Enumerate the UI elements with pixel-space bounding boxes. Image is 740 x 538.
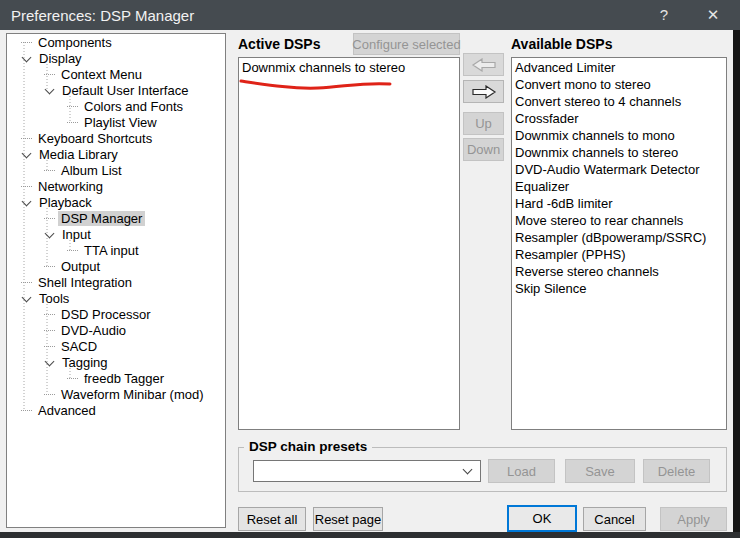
tree-item-freedb-tagger[interactable]: freedb Tagger: [7, 370, 225, 386]
tree-item-advanced[interactable]: Advanced: [7, 402, 225, 418]
tree-leaf-connector: [44, 314, 55, 315]
tree-item-input[interactable]: Input: [7, 226, 225, 242]
reset-all-button[interactable]: Reset all: [238, 507, 306, 531]
list-item[interactable]: Crossfader: [512, 110, 726, 127]
tree-leaf-connector: [21, 282, 32, 283]
chevron-expanded-icon[interactable]: [45, 84, 55, 94]
tree-leaf-connector: [67, 378, 78, 379]
list-item[interactable]: Resampler (PPHS): [512, 246, 726, 263]
save-button[interactable]: Save: [565, 459, 635, 483]
tree-item-components[interactable]: Components: [7, 34, 225, 50]
tree-leaf-connector: [21, 410, 32, 411]
tree-item-label: Keyboard Shortcuts: [35, 131, 155, 146]
window-edge-bottom: [0, 532, 740, 538]
tree-item-label: Waveform Minibar (mod): [58, 387, 207, 402]
preferences-window: Preferences: DSP Manager ? ✕ ComponentsD…: [0, 0, 740, 538]
tree-item-networking[interactable]: Networking: [7, 178, 225, 194]
tree-item-default-user-interface[interactable]: Default User Interface: [7, 82, 225, 98]
chevron-down-icon: [463, 465, 473, 475]
chevron-expanded-icon[interactable]: [45, 356, 55, 366]
tree-leaf-connector: [44, 394, 55, 395]
chevron-expanded-icon[interactable]: [22, 292, 32, 302]
active-dsps-list[interactable]: Downmix channels to stereo: [238, 57, 460, 430]
ok-button[interactable]: OK: [507, 505, 577, 532]
tree-item-dsd-processor[interactable]: DSD Processor: [7, 306, 225, 322]
right-arrow-icon: [471, 85, 497, 99]
cancel-button[interactable]: Cancel: [583, 507, 646, 531]
tree-item-context-menu[interactable]: Context Menu: [7, 66, 225, 82]
tree-item-album-list[interactable]: Album List: [7, 162, 225, 178]
available-dsps-list[interactable]: Advanced LimiterConvert mono to stereoCo…: [511, 57, 727, 430]
preferences-tree-panel: ComponentsDisplayContext MenuDefault Use…: [6, 33, 226, 528]
tree-item-label: DSD Processor: [58, 307, 154, 322]
list-item[interactable]: DVD-Audio Watermark Detector: [512, 161, 726, 178]
list-item[interactable]: Downmix channels to stereo: [512, 144, 726, 161]
move-to-active-button[interactable]: [463, 53, 504, 76]
tree-item-playlist-view[interactable]: Playlist View: [7, 114, 225, 130]
chevron-expanded-icon[interactable]: [45, 228, 55, 238]
tree-leaf-connector: [21, 138, 32, 139]
window-title: Preferences: DSP Manager: [0, 7, 642, 24]
tree-item-label: Output: [58, 259, 103, 274]
tree-item-label: Components: [35, 35, 115, 50]
list-item[interactable]: Reverse stereo channels: [512, 263, 726, 280]
close-icon[interactable]: ✕: [686, 0, 740, 30]
list-item[interactable]: Equalizer: [512, 178, 726, 195]
tree-item-display[interactable]: Display: [7, 50, 225, 66]
list-item[interactable]: Advanced Limiter: [512, 59, 726, 76]
tree-item-colors-and-fonts[interactable]: Colors and Fonts: [7, 98, 225, 114]
list-item[interactable]: Skip Silence: [512, 280, 726, 297]
tree-item-tools[interactable]: Tools: [7, 290, 225, 306]
list-item[interactable]: Resampler (dBpoweramp/SSRC): [512, 229, 726, 246]
tree-item-label: Default User Interface: [59, 83, 191, 98]
preferences-tree: ComponentsDisplayContext MenuDefault Use…: [7, 34, 225, 418]
list-item[interactable]: Convert stereo to 4 channels: [512, 93, 726, 110]
tree-item-media-library[interactable]: Media Library: [7, 146, 225, 162]
tree-item-tta-input[interactable]: TTA input: [7, 242, 225, 258]
tree-item-output[interactable]: Output: [7, 258, 225, 274]
tree-item-label: Input: [59, 227, 94, 242]
tree-item-sacd[interactable]: SACD: [7, 338, 225, 354]
preset-combobox[interactable]: [253, 460, 481, 482]
configure-selected-button[interactable]: Configure selected: [353, 33, 460, 55]
chevron-expanded-icon[interactable]: [22, 196, 32, 206]
tree-leaf-connector: [44, 266, 55, 267]
tree-item-label: DSP Manager: [58, 211, 145, 226]
list-item[interactable]: Convert mono to stereo: [512, 76, 726, 93]
list-item[interactable]: Downmix channels to stereo: [239, 59, 459, 76]
tree-item-tagging[interactable]: Tagging: [7, 354, 225, 370]
tree-item-shell-integration[interactable]: Shell Integration: [7, 274, 225, 290]
tree-item-label: Playback: [36, 195, 95, 210]
delete-button[interactable]: Delete: [643, 459, 710, 483]
tree-item-label: Advanced: [35, 403, 99, 418]
chevron-expanded-icon[interactable]: [22, 52, 32, 62]
tree-item-label: freedb Tagger: [81, 371, 167, 386]
available-dsps-heading: Available DSPs: [511, 36, 612, 52]
tree-leaf-connector: [44, 170, 55, 171]
help-icon[interactable]: ?: [642, 0, 686, 30]
list-item[interactable]: Move stereo to rear channels: [512, 212, 726, 229]
tree-item-label: Display: [36, 51, 85, 66]
load-button[interactable]: Load: [488, 459, 555, 483]
move-up-button[interactable]: Up: [463, 112, 504, 135]
list-item[interactable]: Downmix channels to mono: [512, 127, 726, 144]
tree-item-waveform-minibar-mod[interactable]: Waveform Minibar (mod): [7, 386, 225, 402]
tree-item-label: Colors and Fonts: [81, 99, 186, 114]
tree-leaf-connector: [21, 42, 32, 43]
chevron-expanded-icon[interactable]: [22, 148, 32, 158]
reset-page-button[interactable]: Reset page: [313, 507, 383, 531]
tree-item-dsp-manager[interactable]: DSP Manager: [7, 210, 225, 226]
move-to-available-button[interactable]: [463, 80, 504, 103]
list-item[interactable]: Hard -6dB limiter: [512, 195, 726, 212]
tree-item-dvd-audio[interactable]: DVD-Audio: [7, 322, 225, 338]
tree-item-keyboard-shortcuts[interactable]: Keyboard Shortcuts: [7, 130, 225, 146]
tree-leaf-connector: [67, 250, 78, 251]
apply-button[interactable]: Apply: [660, 507, 727, 531]
tree-item-label: DVD-Audio: [58, 323, 129, 338]
move-down-button[interactable]: Down: [463, 138, 504, 161]
tree-leaf-connector: [44, 218, 55, 219]
tree-leaf-connector: [21, 186, 32, 187]
tree-leaf-connector: [67, 106, 78, 107]
tree-leaf-connector: [44, 346, 55, 347]
tree-item-playback[interactable]: Playback: [7, 194, 225, 210]
